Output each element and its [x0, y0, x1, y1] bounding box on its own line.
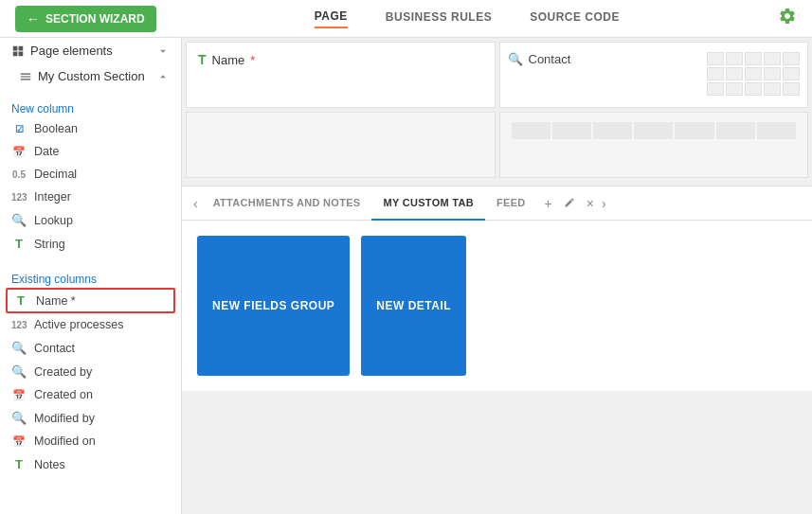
created-on-label: Created on	[34, 388, 93, 401]
modified-on-icon: 📅	[11, 435, 27, 448]
name-required-indicator: *	[250, 53, 255, 67]
sidebar-item-modified-on[interactable]: 📅 Modified on	[0, 430, 181, 452]
edit-tab-button[interactable]	[560, 194, 579, 213]
sidebar-item-modified-by[interactable]: 🔍 Modified by	[0, 406, 181, 430]
sidebar-item-decimal[interactable]: 0.5 Decimal	[0, 163, 181, 186]
tabs-bar: ‹ ATTACHMENTS AND NOTES MY CUSTOM TAB FE…	[182, 186, 812, 221]
section-wizard-button[interactable]: ← SECTION WIZARD	[15, 6, 156, 32]
contact-field-text: Contact	[529, 52, 571, 66]
boolean-icon: ☑	[11, 124, 27, 134]
grid-cell	[783, 67, 800, 80]
decimal-icon: 0.5	[11, 169, 27, 180]
string-icon: T	[11, 237, 27, 251]
boolean-label: Boolean	[34, 122, 78, 135]
active-processes-label: Active processes	[34, 318, 123, 331]
grid-cell	[593, 122, 632, 139]
existing-columns-label: Existing columns	[0, 267, 181, 288]
grid-cell	[716, 122, 755, 139]
decimal-label: Decimal	[34, 168, 77, 181]
empty-right-card	[499, 112, 809, 178]
nav-business-rules[interactable]: BUSINESS RULES	[386, 10, 492, 27]
sidebar-item-notes[interactable]: T Notes	[0, 452, 181, 476]
sidebar-item-active-processes[interactable]: 123 Active processes	[0, 313, 181, 336]
tabs-prev-button[interactable]: ‹	[189, 196, 202, 211]
tab-feed[interactable]: FEED	[485, 186, 537, 221]
grid-cell	[764, 67, 781, 80]
grid-cell	[764, 82, 781, 96]
date-label: Date	[34, 145, 59, 158]
active-processes-integer-icon: 123	[11, 320, 27, 330]
created-by-icon: 🔍	[11, 364, 27, 379]
my-custom-section-header-left: My Custom Section	[19, 69, 145, 83]
new-column-section: New column ☑ Boolean 📅 Date 0.5 Decimal …	[0, 89, 181, 259]
header: ← SECTION WIZARD PAGE BUSINESS RULES SOU…	[0, 0, 812, 38]
notes-icon: T	[11, 457, 27, 471]
grid-cell	[745, 67, 762, 80]
my-custom-section-label: My Custom Section	[38, 69, 145, 83]
contact-grid-cells	[707, 52, 800, 96]
gear-icon	[778, 7, 797, 26]
grid-cell	[783, 52, 800, 65]
settings-button[interactable]	[778, 7, 797, 30]
new-detail-button[interactable]: NEW DETAIL	[361, 236, 466, 376]
tab-actions: + ×	[541, 194, 598, 213]
back-arrow-icon: ←	[27, 11, 40, 27]
tabs-next-button[interactable]: ›	[598, 196, 610, 211]
name-string-icon: T	[13, 293, 28, 308]
name-field-card: T Name *	[186, 42, 496, 108]
grid-cell	[726, 82, 743, 96]
new-fields-group-button[interactable]: NEW FIELDS GROUP	[197, 236, 350, 376]
integer-label: Integer	[34, 190, 71, 204]
nav-page[interactable]: PAGE	[315, 9, 348, 28]
existing-columns-section: Existing columns T Name * 123 Active pro…	[0, 259, 181, 480]
sidebar-item-boolean[interactable]: ☑ Boolean	[0, 117, 181, 140]
lookup-label: Lookup	[34, 214, 73, 227]
sidebar-item-name[interactable]: T Name *	[6, 288, 175, 313]
tab-custom[interactable]: MY CUSTOM TAB	[371, 186, 485, 221]
new-column-label: New column	[0, 97, 181, 117]
my-custom-section-group[interactable]: My Custom Section	[0, 63, 181, 89]
page-elements-header-left: Page elements	[11, 44, 113, 58]
delete-tab-button[interactable]: ×	[583, 194, 598, 213]
page-elements-group[interactable]: Page elements	[0, 38, 181, 63]
name-label: Name *	[36, 294, 76, 308]
header-nav: PAGE BUSINESS RULES SOURCE CODE	[156, 9, 778, 28]
chevron-down-icon	[156, 44, 170, 58]
sidebar: Page elements My Custom Section New colu…	[0, 38, 182, 514]
contact-field-card: 🔍 Contact	[499, 42, 809, 108]
nav-source-code[interactable]: SOURCE CODE	[530, 10, 620, 27]
notes-label: Notes	[34, 458, 65, 471]
contact-lookup-icon: 🔍	[11, 341, 27, 355]
grid-cell	[757, 122, 796, 139]
string-label: String	[34, 238, 65, 251]
sidebar-item-lookup[interactable]: 🔍 Lookup	[0, 208, 181, 232]
sidebar-item-created-by[interactable]: 🔍 Created by	[0, 360, 181, 383]
sidebar-item-date[interactable]: 📅 Date	[0, 140, 181, 163]
sidebar-item-string[interactable]: T String	[0, 232, 181, 256]
edit-icon	[564, 197, 575, 208]
name-field-text: Name	[212, 53, 245, 67]
grid-cell	[552, 122, 591, 139]
created-by-label: Created by	[34, 365, 92, 379]
grid-cell	[675, 122, 713, 139]
grid-cell	[707, 52, 724, 65]
sidebar-item-contact[interactable]: 🔍 Contact	[0, 336, 181, 360]
modified-by-label: Modified by	[34, 412, 95, 425]
sidebar-item-created-on[interactable]: 📅 Created on	[0, 383, 181, 406]
empty-left-card	[186, 112, 496, 178]
main-layout: Page elements My Custom Section New colu…	[0, 38, 812, 514]
bottom-tabs-section: ‹ ATTACHMENTS AND NOTES MY CUSTOM TAB FE…	[182, 186, 812, 391]
grid-cell	[634, 122, 673, 139]
content-area: T Name * 🔍 Contact	[182, 38, 812, 514]
grid-icon	[11, 44, 25, 58]
grid-cell	[726, 67, 743, 80]
page-grid: T Name * 🔍 Contact	[182, 38, 812, 182]
contact-lookup-type-icon: 🔍	[508, 52, 523, 66]
date-icon: 📅	[11, 146, 27, 158]
contact-label: Contact	[34, 342, 75, 355]
add-tab-button[interactable]: +	[541, 194, 556, 213]
integer-icon: 123	[11, 192, 27, 203]
grid-cell	[726, 52, 743, 65]
sidebar-item-integer[interactable]: 123 Integer	[0, 186, 181, 208]
tab-attachments[interactable]: ATTACHMENTS AND NOTES	[202, 186, 372, 221]
